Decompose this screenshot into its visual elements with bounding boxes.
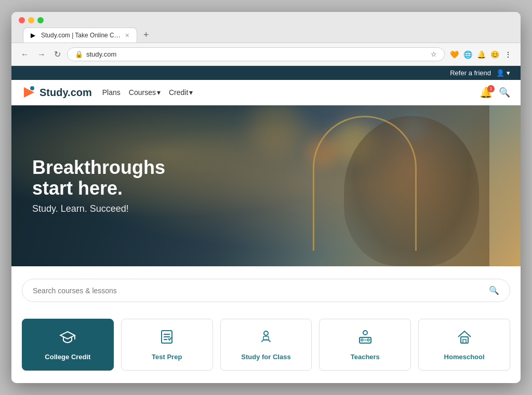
minimize-window-button[interactable] xyxy=(28,17,34,23)
main-nav: Study.com Plans Courses ▾ Credit ▾ 🔔 xyxy=(11,80,521,105)
forward-button[interactable]: → xyxy=(35,49,48,60)
tab-bar: ▶ Study.com | Take Online Cou... × + xyxy=(19,28,513,43)
search-icon[interactable]: 🔍 xyxy=(499,87,510,98)
category-card-homeschool[interactable]: Homeschool xyxy=(418,319,510,371)
reload-button[interactable]: ↻ xyxy=(52,48,63,60)
nav-courses[interactable]: Courses ▾ xyxy=(129,88,161,97)
close-window-button[interactable] xyxy=(19,17,25,23)
user-chevron: ▾ xyxy=(507,69,510,77)
svg-point-8 xyxy=(264,331,268,335)
hero-arch-decoration xyxy=(313,116,417,251)
nav-links: Plans Courses ▾ Credit ▾ xyxy=(102,88,193,97)
back-button[interactable]: ← xyxy=(19,49,31,60)
notification-badge: 1 xyxy=(487,85,495,92)
search-bar-container[interactable]: 🔍 xyxy=(22,279,510,302)
logo-text: Study.com xyxy=(39,87,92,99)
category-label-teachers: Teachers xyxy=(351,353,380,361)
svg-rect-16 xyxy=(463,339,466,343)
toolbar-actions: 🧡 🌐 🔔 😊 ⋮ xyxy=(449,49,513,60)
hero-content: Breakthroughsstart here. Study. Learn. S… xyxy=(11,137,186,235)
menu-icon[interactable]: ⋮ xyxy=(503,49,513,60)
graduation-icon xyxy=(59,329,76,348)
extension-icon-2[interactable]: 🌐 xyxy=(462,49,473,60)
maximize-window-button[interactable] xyxy=(37,17,44,23)
refer-friend-link[interactable]: Refer a friend xyxy=(450,69,491,77)
hero-section: Breakthroughsstart here. Study. Learn. S… xyxy=(11,105,521,266)
teacher-icon xyxy=(357,329,374,348)
home-icon xyxy=(456,329,473,348)
svg-point-13 xyxy=(367,339,369,341)
extension-icon-1[interactable]: 🧡 xyxy=(449,49,459,60)
credit-chevron-icon: ▾ xyxy=(189,88,193,97)
svg-marker-2 xyxy=(60,332,75,339)
category-label-test-prep: Test Prep xyxy=(152,353,182,361)
bookmark-icon[interactable]: ☆ xyxy=(431,50,437,58)
address-bar[interactable]: 🔒 study.com ☆ xyxy=(67,47,445,61)
svg-rect-15 xyxy=(461,337,468,343)
checklist-icon xyxy=(158,329,175,348)
category-label-study-for-class: Study for Class xyxy=(241,353,290,361)
extension-icon-3[interactable]: 🔔 xyxy=(476,49,486,60)
browser-controls xyxy=(19,17,513,23)
traffic-lights xyxy=(19,17,44,23)
category-section: College Credit Test Prep xyxy=(11,310,521,383)
logo-icon xyxy=(22,85,36,100)
search-submit-button[interactable]: 🔍 xyxy=(489,285,499,295)
hero-subtitle: Study. Learn. Succeed! xyxy=(32,203,165,214)
browser-toolbar: ← → ↻ 🔒 study.com ☆ 🧡 🌐 🔔 😊 ⋮ xyxy=(11,43,521,66)
category-card-teachers[interactable]: Teachers xyxy=(319,319,411,371)
category-card-college-credit[interactable]: College Credit xyxy=(22,319,114,371)
lock-icon: 🔒 xyxy=(75,50,83,58)
category-card-study-for-class[interactable]: Study for Class xyxy=(220,319,312,371)
category-card-test-prep[interactable]: Test Prep xyxy=(121,319,213,371)
svg-point-12 xyxy=(361,339,363,341)
tab-favicon: ▶ xyxy=(31,32,38,39)
nav-plans[interactable]: Plans xyxy=(102,88,121,97)
user-menu[interactable]: 👤 ▾ xyxy=(496,69,510,77)
page-content: Refer a friend 👤 ▾ Study.com Plans Co xyxy=(11,66,521,383)
user-icon: 👤 xyxy=(496,69,504,77)
new-tab-button[interactable]: + xyxy=(139,28,153,43)
tab-close-button[interactable]: × xyxy=(125,31,129,39)
nav-credit[interactable]: Credit ▾ xyxy=(169,88,193,97)
category-label-college-credit: College Credit xyxy=(45,353,90,361)
active-tab[interactable]: ▶ Study.com | Take Online Cou... × xyxy=(23,28,137,43)
svg-point-10 xyxy=(363,331,367,335)
browser-titlebar: ▶ Study.com | Take Online Cou... × + xyxy=(11,12,521,43)
profile-icon[interactable]: 😊 xyxy=(489,49,500,60)
site-logo[interactable]: Study.com xyxy=(22,85,92,100)
svg-point-1 xyxy=(30,86,34,90)
browser-window: ▶ Study.com | Take Online Cou... × + ← →… xyxy=(11,12,521,383)
nav-right: 🔔 1 🔍 xyxy=(480,86,510,99)
search-section: 🔍 xyxy=(11,266,521,310)
category-label-homeschool: Homeschool xyxy=(444,353,485,361)
courses-chevron-icon: ▾ xyxy=(157,88,161,97)
person-study-icon xyxy=(258,329,274,348)
notifications-bell[interactable]: 🔔 1 xyxy=(480,86,493,99)
tab-title: Study.com | Take Online Cou... xyxy=(41,32,122,39)
hero-title: Breakthroughsstart here. xyxy=(32,157,165,198)
address-text: study.com xyxy=(86,50,428,58)
top-bar: Refer a friend 👤 ▾ xyxy=(11,66,521,80)
search-input[interactable] xyxy=(33,287,484,295)
